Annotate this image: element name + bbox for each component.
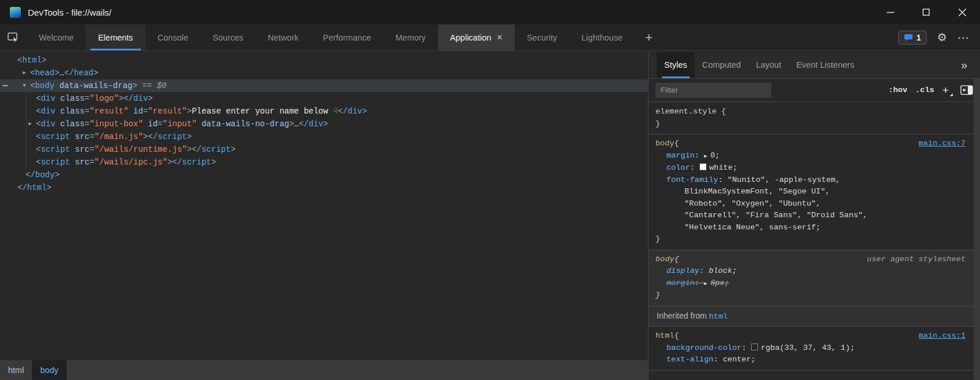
- breadcrumb-item-html[interactable]: html: [0, 360, 32, 380]
- breadcrumb-item-body[interactable]: body: [32, 360, 66, 380]
- dom-tree-row[interactable]: <script src="/main.js"></script>: [0, 130, 648, 143]
- code-token: id: [129, 107, 143, 116]
- styles-scrollbar[interactable]: [974, 79, 980, 380]
- style-property-line[interactable]: background-color: rgba(33, 37, 43, 1);: [655, 342, 966, 355]
- tab-memory[interactable]: Memory: [383, 24, 438, 50]
- dom-tree-row[interactable]: ▶<div class="input-box" id="input" data-…: [0, 118, 648, 130]
- dom-tree-row[interactable]: <div class="logo"></div>: [0, 92, 648, 105]
- tab-elements[interactable]: Elements: [86, 24, 145, 50]
- property-token: :: [700, 266, 709, 275]
- new-rule-dropdown-triangle: [950, 93, 953, 96]
- overflow-tabs-chevron-icon[interactable]: »: [961, 52, 980, 78]
- inspect-element-button[interactable]: [0, 24, 27, 50]
- more-tabs-button[interactable]: +: [635, 24, 663, 50]
- styles-tab-event-listeners[interactable]: Event Listeners: [789, 52, 862, 78]
- styles-filter-input[interactable]: [655, 83, 771, 98]
- style-rule: body {user agent stylesheetdisplay: bloc…: [649, 250, 974, 306]
- tab-label: Performance: [323, 33, 371, 42]
- rule-selector-line[interactable]: element.style {: [655, 106, 966, 118]
- styles-tab-layout[interactable]: Layout: [748, 52, 789, 78]
- dom-tree-row[interactable]: <html>: [0, 54, 648, 67]
- dom-tree-row[interactable]: <script src="/wails/runtime.js"></script…: [0, 143, 648, 156]
- property-token: rgba(33, 37, 43, 1);: [761, 344, 855, 352]
- tab-network[interactable]: Network: [256, 24, 311, 50]
- code-token: src: [70, 132, 90, 141]
- styles-sections: element.style {}body {main.css:7margin: …: [649, 103, 974, 380]
- tab-label: Welcome: [39, 33, 74, 42]
- code-token: div: [348, 107, 362, 116]
- code-token: =: [89, 158, 94, 167]
- code-token: "logo": [89, 94, 118, 103]
- tab-welcome[interactable]: Welcome: [27, 24, 86, 50]
- expand-arrow-icon[interactable]: ▶: [26, 118, 34, 130]
- tab-label: Memory: [395, 33, 425, 42]
- collapse-arrow-icon[interactable]: ▼: [20, 79, 28, 92]
- code-token: </: [148, 132, 158, 141]
- more-options-icon[interactable]: ⋯: [957, 31, 970, 45]
- dom-tree-row[interactable]: ▶<head>…</head>: [0, 67, 648, 79]
- rule-selector-line[interactable]: body {user agent stylesheet: [655, 254, 966, 266]
- rule-selector-line[interactable]: body {main.css:7: [655, 138, 966, 150]
- code-token: script: [202, 145, 231, 154]
- code-token: html: [22, 56, 42, 65]
- code-token: class: [56, 119, 85, 129]
- tab-performance[interactable]: Performance: [311, 24, 383, 50]
- maximize-button[interactable]: [908, 0, 944, 24]
- style-property-line[interactable]: margin: ▶ 8px;: [655, 277, 966, 290]
- expand-arrow-icon[interactable]: ▶: [20, 67, 28, 79]
- minimize-button[interactable]: [872, 0, 908, 24]
- row-menu-icon[interactable]: ⋯: [3, 79, 8, 92]
- styles-tab-computed[interactable]: Computed: [695, 52, 749, 78]
- style-property-line[interactable]: font-family: "Nunito", -apple-system,: [655, 174, 966, 187]
- tab-lighthouse[interactable]: Lighthouse: [569, 24, 635, 50]
- style-property-line[interactable]: "Roboto", "Oxygen", "Ubuntu",: [655, 198, 966, 210]
- element-classes-button[interactable]: .cls: [915, 86, 934, 94]
- new-style-rule-button[interactable]: +: [942, 84, 952, 97]
- devtools-window: DevTools - file://wails/ WelcomeElements…: [0, 0, 980, 380]
- styles-tab-styles[interactable]: Styles: [657, 52, 695, 78]
- close-button[interactable]: [944, 0, 980, 24]
- code-token: >: [362, 107, 367, 116]
- close-tab-icon[interactable]: ×: [497, 32, 502, 43]
- dom-tree-row[interactable]: </body>: [0, 169, 648, 181]
- tab-application[interactable]: Application×: [438, 24, 515, 50]
- code-token: >: [143, 132, 148, 141]
- code-token: </: [123, 94, 133, 103]
- style-property-line[interactable]: display: block;: [655, 265, 966, 277]
- style-property-line[interactable]: color: white;: [655, 162, 966, 174]
- code-token: >: [42, 56, 46, 65]
- selector-token: {: [674, 254, 679, 266]
- style-property-line[interactable]: margin: ▶ 0;: [655, 150, 966, 163]
- toggle-computed-sidebar-icon[interactable]: [960, 85, 973, 95]
- tab-console[interactable]: Console: [145, 24, 201, 50]
- dom-tree-row[interactable]: <div class="result" id="result">Please e…: [0, 105, 648, 118]
- dom-tree-row[interactable]: <script src="/wails/ipc.js"></script>: [0, 156, 648, 169]
- color-swatch[interactable]: [751, 344, 758, 350]
- inherited-node-link[interactable]: html: [709, 312, 727, 321]
- selector-token: html: [655, 330, 674, 342]
- rule-close-brace: }: [655, 290, 966, 302]
- color-swatch[interactable]: [700, 163, 706, 170]
- rule-close-brace: }: [655, 233, 966, 246]
- title-bar: DevTools - file://wails/: [0, 0, 980, 24]
- dom-tree-row[interactable]: ⋯▼<body data-wails-drag> == $0: [0, 79, 648, 92]
- style-property-line[interactable]: text-align: center;: [655, 354, 966, 366]
- style-rule: html {main.css:1background-color: rgba(3…: [649, 327, 974, 371]
- property-token: ▶: [704, 281, 711, 287]
- style-property-line[interactable]: "Helvetica Neue", sans-serif;: [655, 222, 966, 234]
- tab-security[interactable]: Security: [515, 24, 569, 50]
- issues-counter-button[interactable]: 1: [898, 31, 927, 45]
- style-property-line[interactable]: BlinkMacSystemFont, "Segoe UI",: [655, 186, 966, 198]
- tab-sources[interactable]: Sources: [201, 24, 256, 50]
- code-token: …: [294, 119, 298, 129]
- stylesheet-source-link[interactable]: main.css:1: [919, 330, 966, 342]
- tab-label: Sources: [213, 33, 243, 42]
- settings-gear-icon[interactable]: ⚙: [937, 31, 947, 44]
- code-token: ☟: [333, 107, 338, 116]
- dom-tree-row[interactable]: </html>: [0, 181, 648, 194]
- toggle-element-state-button[interactable]: :hov: [888, 86, 907, 94]
- code-token: </: [299, 119, 309, 129]
- stylesheet-source-link[interactable]: main.css:7: [919, 138, 966, 150]
- rule-selector-line[interactable]: html {main.css:1: [655, 330, 966, 342]
- style-property-line[interactable]: "Cantarell", "Fira Sans", "Droid Sans",: [655, 210, 966, 222]
